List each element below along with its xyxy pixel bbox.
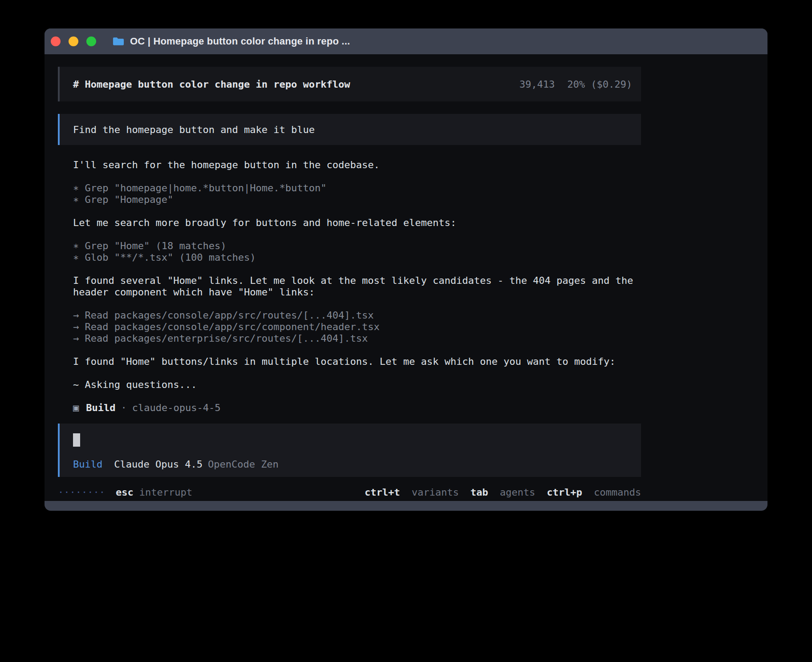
tool-call-line: ∗ Glob "**/*.tsx" (100 matches)	[73, 252, 256, 263]
session-stats: 39,413 20% ($0.29)	[520, 79, 632, 90]
token-count: 39,413	[520, 79, 555, 90]
esc-key-label: interrupt	[139, 487, 192, 498]
agent-square-icon: ▣	[73, 402, 79, 414]
mode-label[interactable]: Build	[73, 459, 102, 470]
prompt-input[interactable]: Build Claude Opus 4.5 OpenCode Zen	[58, 424, 641, 477]
spinner-dots: ········	[58, 487, 105, 498]
tool-call-group: → Read packages/console/app/src/routes/[…	[73, 310, 647, 344]
folder-icon	[112, 36, 125, 46]
shortcut-variants: ctrl+t variants	[365, 487, 459, 498]
shortcut-key: ctrl+t	[365, 487, 400, 498]
model-row: Build Claude Opus 4.5 OpenCode Zen	[73, 459, 641, 470]
agent-separator: ·	[121, 402, 126, 414]
shortcut-label: variants	[412, 487, 459, 498]
shortcut-key: tab	[471, 487, 488, 498]
shortcut-label: agents	[500, 487, 535, 498]
shortcut-commands: ctrl+p commands	[547, 487, 641, 498]
terminal-window: OC | Homepage button color change in rep…	[45, 28, 767, 511]
status-bar-right: ctrl+t variants tab agents ctrl+p comman…	[365, 487, 641, 498]
shortcut-key: ctrl+p	[547, 487, 582, 498]
shortcut-agents: tab agents	[471, 487, 535, 498]
status-line-asking: ~ Asking questions...	[73, 379, 647, 391]
read-file-line: → Read packages/console/app/src/componen…	[73, 321, 380, 332]
user-message-text: Find the homepage button and make it blu…	[73, 124, 315, 135]
agent-model: claude-opus-4-5	[132, 402, 221, 414]
status-bar: ········ esc interrupt ctrl+t variants t…	[58, 487, 641, 498]
minimize-window-button[interactable]	[69, 36, 78, 46]
tool-call-group: ∗ Grep "homepage|home.*button|Home.*butt…	[73, 182, 647, 206]
assistant-message: I found several "Home" links. Let me loo…	[73, 275, 647, 298]
read-file-line: → Read packages/enterprise/src/routes/[.…	[73, 333, 368, 344]
read-file-line: → Read packages/console/app/src/routes/[…	[73, 310, 374, 321]
tool-call-line: ∗ Grep "Home" (18 matches)	[73, 240, 226, 251]
terminal-body: # Homepage button color change in repo w…	[45, 54, 767, 501]
user-message-block: Find the homepage button and make it blu…	[58, 114, 641, 145]
model-name[interactable]: Claude Opus 4.5	[114, 459, 203, 470]
assistant-message: Let me search more broadly for buttons a…	[73, 217, 647, 229]
titlebar: OC | Homepage button color change in rep…	[45, 28, 767, 54]
agent-name: Build	[86, 402, 115, 414]
tool-call-line: ∗ Grep "homepage|home.*button|Home.*butt…	[73, 182, 327, 194]
context-cost: 20% ($0.29)	[567, 79, 632, 90]
session-header: # Homepage button color change in repo w…	[58, 67, 641, 101]
tool-call-group: ∗ Grep "Home" (18 matches) ∗ Glob "**/*.…	[73, 240, 647, 263]
session-title: # Homepage button color change in repo w…	[73, 79, 350, 90]
esc-key-hint: esc	[116, 487, 134, 498]
assistant-message: I'll search for the homepage button in t…	[73, 159, 647, 171]
window-title: OC | Homepage button color change in rep…	[130, 36, 350, 47]
status-bar-left: ········ esc interrupt	[58, 487, 192, 498]
provider-name: OpenCode Zen	[208, 459, 279, 470]
tool-call-line: ∗ Grep "Homepage"	[73, 194, 173, 205]
zoom-window-button[interactable]	[86, 36, 96, 46]
close-window-button[interactable]	[51, 36, 61, 46]
agent-status-line: ▣ Build · claude-opus-4-5	[73, 402, 647, 414]
assistant-message: I found "Home" buttons/links in multiple…	[73, 356, 647, 367]
text-cursor	[73, 433, 80, 447]
shortcut-label: commands	[594, 487, 641, 498]
